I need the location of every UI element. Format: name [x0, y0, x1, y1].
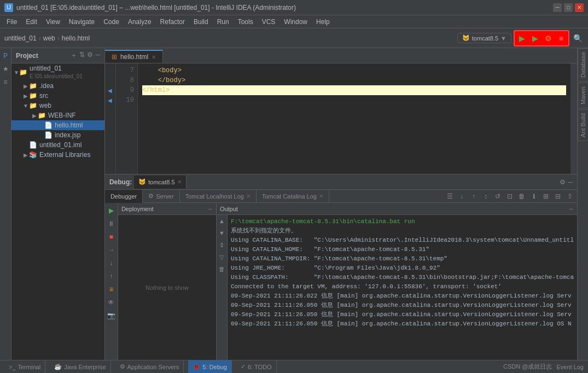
- minimize-panel-icon[interactable]: ─: [95, 51, 100, 60]
- code-line-9: </body>: [142, 75, 566, 85]
- line-numbers: 7 8 9 10: [116, 63, 138, 174]
- menu-file[interactable]: File: [2, 17, 21, 27]
- tree-src[interactable]: ▶ 📁 src: [11, 91, 104, 101]
- close-button[interactable]: ✕: [575, 3, 584, 12]
- sync-icon[interactable]: ⇅: [79, 51, 85, 60]
- resume-icon[interactable]: ▶: [106, 205, 117, 216]
- code-content[interactable]: <body> </body> </html>: [138, 63, 570, 174]
- menu-tools[interactable]: Tools: [234, 17, 258, 27]
- refresh-icon[interactable]: ↺: [493, 191, 503, 201]
- stop-debug-icon[interactable]: ■: [106, 231, 117, 242]
- filter-icon[interactable]: ☰: [445, 191, 455, 201]
- tree-iml[interactable]: 📄 untitled_01.iml: [11, 140, 104, 150]
- status-tab-terminal[interactable]: >_ Terminal: [4, 360, 45, 374]
- debug-button[interactable]: ▶: [529, 32, 541, 44]
- scroll-end-icon[interactable]: ↕: [481, 191, 491, 201]
- tree-idea[interactable]: ▶ 📁 .idea: [11, 81, 104, 91]
- sub-tab-localhost-log[interactable]: Tomcat Localhost Log ✕: [180, 190, 257, 203]
- scroll-middle-btn[interactable]: ⇕: [217, 240, 226, 250]
- output-action-icon[interactable]: →: [568, 206, 574, 212]
- menu-navigate[interactable]: Navigate: [65, 17, 99, 27]
- copy-icon[interactable]: ⊡: [505, 191, 515, 201]
- debug-left-icons: ▶ ⏸ ■ → ↓ ↑ ≡ 👁 📷: [105, 203, 118, 360]
- tree-hello-html[interactable]: 📄 hello.html: [11, 120, 104, 130]
- status-tab-app-servers[interactable]: ⚙ Application Servers: [115, 360, 184, 374]
- tomcat-tab-icon: 🐱: [138, 178, 146, 185]
- menu-edit[interactable]: Edit: [21, 17, 42, 27]
- editor-scrollbar[interactable]: [570, 63, 577, 174]
- settings-icon[interactable]: ⚙: [87, 51, 93, 60]
- tree-webinf-label: WEB-INF: [48, 112, 76, 119]
- step-out-icon[interactable]: ↑: [106, 271, 117, 282]
- pause-icon[interactable]: ⏸: [106, 218, 117, 229]
- status-tab-todo[interactable]: ✓ 6: TODO: [236, 360, 277, 374]
- sub-tab-catalina-log[interactable]: Tomcat Catalina Log ✕: [257, 190, 329, 203]
- clear-icon[interactable]: 🗑: [517, 191, 527, 201]
- tree-root[interactable]: ▼ 📁 untitled_01 E:\05.idea\untitled_01: [11, 63, 104, 81]
- right-tab-ant-build[interactable]: Ant Build: [578, 109, 589, 141]
- run-button[interactable]: ▶: [516, 32, 528, 44]
- breadcrumb-project[interactable]: untitled_01: [4, 34, 37, 42]
- sub-tab-debugger[interactable]: Debugger: [105, 190, 143, 203]
- minimize-button[interactable]: ─: [553, 3, 562, 12]
- event-log-link[interactable]: Event Log: [556, 364, 584, 370]
- catalina-tab-close[interactable]: ✕: [319, 193, 323, 199]
- watch-icon[interactable]: 👁: [106, 297, 117, 308]
- maximize-button[interactable]: □: [564, 3, 573, 12]
- stop-button[interactable]: ■: [555, 32, 567, 44]
- settings-icon[interactable]: ⚙: [560, 178, 566, 186]
- sub-tab-server[interactable]: ⚙ Server: [143, 190, 179, 203]
- localhost-tab-close[interactable]: ✕: [246, 193, 251, 199]
- tree-ext-lib[interactable]: ▶ 📚 External Libraries: [11, 150, 104, 160]
- menu-code[interactable]: Code: [99, 17, 124, 27]
- tree-webinf[interactable]: ▶ 📁 WEB-INF: [11, 110, 104, 120]
- breadcrumb-file[interactable]: hello.html: [62, 34, 90, 42]
- columns-icon[interactable]: ⊞: [541, 191, 551, 201]
- menu-run[interactable]: Run: [213, 17, 234, 27]
- editor-tab-hello[interactable]: ⊞ hello.html ✕: [105, 50, 163, 63]
- status-tab-java-enterprise[interactable]: ☕ Java Enterprise: [50, 360, 110, 374]
- debug-tab-tomcat[interactable]: 🐱 tomcat8.5 ✕: [134, 176, 186, 189]
- deployment-action-icon[interactable]: →: [207, 206, 213, 212]
- tree-web[interactable]: ▼ 📁 web: [11, 101, 104, 110]
- menu-help[interactable]: Help: [312, 17, 334, 27]
- step-into-icon[interactable]: ↓: [106, 258, 117, 269]
- info-icon[interactable]: ℹ: [529, 191, 539, 201]
- search-everywhere-button[interactable]: 🔍: [572, 32, 584, 44]
- step-over-icon[interactable]: →: [106, 244, 117, 255]
- restore-icon[interactable]: ⇧: [565, 191, 575, 201]
- status-tab-debug[interactable]: 🐞 5: Debug: [188, 360, 232, 374]
- line-num-7: 7: [119, 66, 134, 75]
- menu-window[interactable]: Window: [280, 17, 312, 27]
- layout-icon[interactable]: ⊟: [553, 191, 563, 201]
- scroll-trash-btn[interactable]: 🗑: [217, 264, 226, 274]
- minimize-icon[interactable]: ─: [568, 178, 573, 186]
- tab-close-button[interactable]: ✕: [152, 54, 156, 60]
- right-tab-maven[interactable]: Maven: [578, 83, 589, 108]
- debug-tab-close[interactable]: ✕: [177, 179, 182, 185]
- camera-icon[interactable]: 📷: [106, 310, 117, 321]
- output-content[interactable]: F:\tomcat\apache-tomcat-8.5.31\bin\catal…: [228, 215, 577, 360]
- run-configuration[interactable]: 🐱 tomcat8.5 ▼: [457, 33, 511, 43]
- menu-refactor[interactable]: Refactor: [156, 17, 189, 27]
- scroll-down-icon[interactable]: ↓: [457, 191, 467, 201]
- menu-view[interactable]: View: [42, 17, 65, 27]
- menu-vcs[interactable]: VCS: [258, 17, 280, 27]
- scroll-down-btn[interactable]: ▼: [217, 228, 226, 238]
- scroll-up-btn[interactable]: ▲: [217, 216, 226, 226]
- menu-analyze[interactable]: Analyze: [124, 17, 156, 27]
- sidebar-item-project[interactable]: P: [0, 50, 11, 61]
- right-tab-database[interactable]: Database: [578, 48, 589, 81]
- add-icon[interactable]: ＋: [71, 51, 77, 60]
- sidebar-item-favorites[interactable]: ★: [0, 63, 11, 74]
- evaluate-icon[interactable]: ≡: [106, 284, 117, 295]
- coverage-button[interactable]: ⚙: [542, 32, 554, 44]
- tree-index-jsp[interactable]: 📄 index.jsp: [11, 130, 104, 140]
- chevron-down-icon: ▼: [500, 35, 507, 42]
- scroll-up-icon[interactable]: ↑: [469, 191, 479, 201]
- scroll-filter-btn[interactable]: ▽: [217, 252, 226, 262]
- menu-build[interactable]: Build: [189, 17, 213, 27]
- sidebar-item-structure[interactable]: ≡: [0, 77, 11, 88]
- bookmark-icon: ◀: [108, 88, 112, 94]
- breadcrumb-web[interactable]: web: [43, 34, 55, 42]
